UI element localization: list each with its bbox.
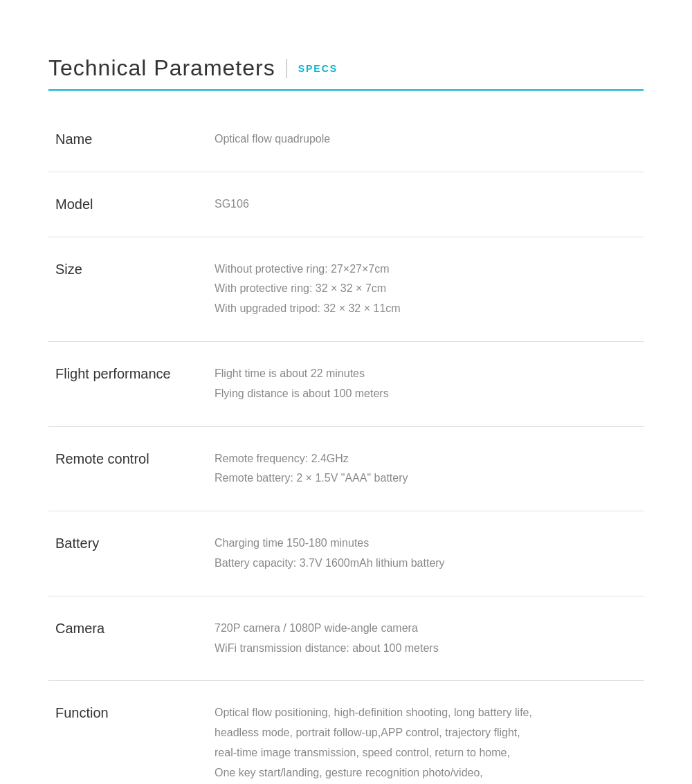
table-row: BatteryCharging time 150-180 minutesBatt… (48, 511, 644, 596)
spec-label: Model (48, 172, 201, 237)
spec-value: Flight time is about 22 minutesFlying di… (201, 341, 644, 426)
spec-value: 720P camera / 1080P wide-angle cameraWiF… (201, 596, 644, 681)
table-row: Flight performanceFlight time is about 2… (48, 341, 644, 426)
table-row: NameOptical flow quadrupole (48, 107, 644, 172)
specs-table: NameOptical flow quadrupoleModelSG106Siz… (48, 107, 644, 784)
header-divider (286, 59, 287, 78)
spec-label: Function (48, 681, 201, 784)
table-row: Remote controlRemote frequency: 2.4GHzRe… (48, 426, 644, 511)
table-row: FunctionOptical flow positioning, high-d… (48, 681, 644, 784)
page-title: Technical Parameters (48, 55, 275, 81)
spec-value: Optical flow positioning, high-definitio… (201, 681, 644, 784)
spec-label: Name (48, 107, 201, 172)
spec-label: Size (48, 237, 201, 341)
spec-value: Without protective ring: 27×27×7cmWith p… (201, 237, 644, 341)
table-row: ModelSG106 (48, 172, 644, 237)
spec-label: Battery (48, 511, 201, 596)
page-container: Technical Parameters SPECS NameOptical f… (0, 0, 692, 784)
spec-label: Remote control (48, 426, 201, 511)
top-border (48, 89, 644, 91)
header-section: Technical Parameters SPECS (48, 55, 644, 91)
header-title-row: Technical Parameters SPECS (48, 55, 644, 81)
table-row: Camera720P camera / 1080P wide-angle cam… (48, 596, 644, 681)
spec-label: Camera (48, 596, 201, 681)
spec-label: Flight performance (48, 341, 201, 426)
table-row: SizeWithout protective ring: 27×27×7cmWi… (48, 237, 644, 341)
specs-label: SPECS (298, 63, 338, 74)
spec-value: Optical flow quadrupole (201, 107, 644, 172)
spec-value: Charging time 150-180 minutesBattery cap… (201, 511, 644, 596)
spec-value: SG106 (201, 172, 644, 237)
spec-value: Remote frequency: 2.4GHzRemote battery: … (201, 426, 644, 511)
